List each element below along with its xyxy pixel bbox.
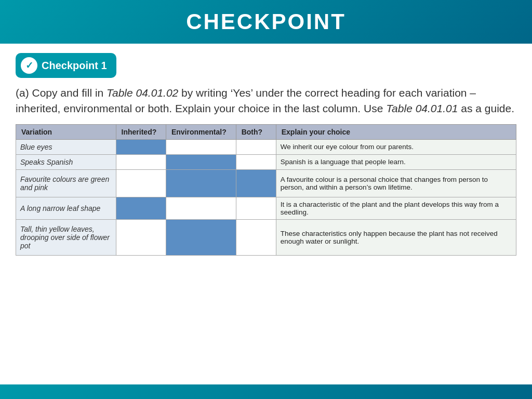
table-ref-1: Table 04.01.02 [107, 87, 178, 99]
checkpoint-badge-label: Checkpoint 1 [42, 60, 107, 72]
table-row: Tall, thin yellow leaves, drooping over … [16, 219, 516, 255]
variation-cell: Blue eyes [16, 139, 116, 154]
environmental-cell-4 [166, 197, 236, 219]
col-header-environmental: Environmental? [166, 124, 236, 139]
environmental-cell-1 [166, 139, 236, 154]
instruction-part3: as a guide. [458, 102, 514, 114]
main-content: ✓ Checkpoint 1 (a) Copy and fill in Tabl… [0, 44, 532, 261]
header-title: CHECKPOINT [186, 9, 346, 34]
inherited-cell-4 [116, 197, 166, 219]
table-ref-2: Table 04.01.01 [386, 102, 458, 114]
inherited-cell-1 [116, 139, 166, 154]
table-row: Speaks Spanish Spanish is a language tha… [16, 154, 516, 169]
table-header-row: Variation Inherited? Environmental? Both… [16, 124, 516, 139]
both-cell-3 [236, 169, 276, 197]
checkpoint-badge: ✓ Checkpoint 1 [16, 53, 116, 78]
explain-cell-2: Spanish is a language that people learn. [276, 154, 516, 169]
both-cell-5 [236, 219, 276, 255]
col-header-both: Both? [236, 124, 276, 139]
footer-bar [0, 384, 532, 399]
environmental-cell-2 [166, 154, 236, 169]
page-header: CHECKPOINT [0, 0, 532, 44]
variation-cell: A long narrow leaf shape [16, 197, 116, 219]
both-cell-2 [236, 154, 276, 169]
variation-cell: Favourite colours are green and pink [16, 169, 116, 197]
col-header-inherited: Inherited? [116, 124, 166, 139]
environmental-cell-5 [166, 219, 236, 255]
inherited-cell-2 [116, 154, 166, 169]
table-row: Favourite colours are green and pink A f… [16, 169, 516, 197]
both-cell-1 [236, 139, 276, 154]
explain-cell-5: These characteristics only happen becaus… [276, 219, 516, 255]
instruction-text: (a) Copy and fill in Table 04.01.02 by w… [16, 85, 516, 117]
table-row: A long narrow leaf shape It is a charact… [16, 197, 516, 219]
table-row: Blue eyes We inherit our eye colour from… [16, 139, 516, 154]
variation-table: Variation Inherited? Environmental? Both… [16, 124, 516, 256]
explain-cell-1: We inherit our eye colour from our paren… [276, 139, 516, 154]
col-header-variation: Variation [16, 124, 116, 139]
checkpoint-icon: ✓ [21, 57, 37, 74]
explain-cell-3: A favourite colour is a personal choice … [276, 169, 516, 197]
both-cell-4 [236, 197, 276, 219]
variation-cell: Speaks Spanish [16, 154, 116, 169]
inherited-cell-5 [116, 219, 166, 255]
variation-cell: Tall, thin yellow leaves, drooping over … [16, 219, 116, 255]
col-header-explain: Explain your choice [276, 124, 516, 139]
environmental-cell-3 [166, 169, 236, 197]
instruction-part1: (a) Copy and fill in [16, 87, 107, 99]
inherited-cell-3 [116, 169, 166, 197]
explain-cell-4: It is a characteristic of the plant and … [276, 197, 516, 219]
